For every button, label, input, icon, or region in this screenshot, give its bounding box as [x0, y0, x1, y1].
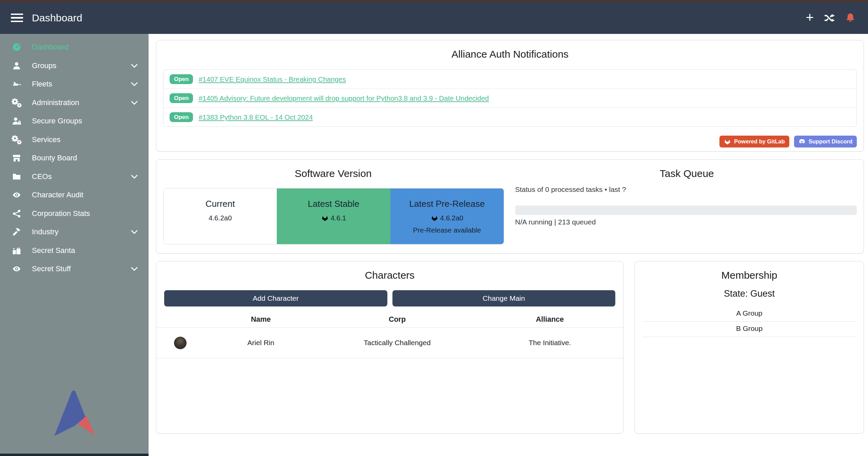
notification-link[interactable]: #1407 EVE Equinox Status - Breaking Chan… — [198, 75, 346, 83]
characters-buttons: Add Character Change Main — [164, 290, 615, 306]
membership-groups: A Group B Group — [642, 306, 856, 337]
characters-table: Name Corp Alliance Ariel Rin Tactically … — [156, 312, 623, 358]
notification-link[interactable]: #1383 Python 3.8 EOL - 14 Oct 2024 — [198, 113, 313, 121]
sidebar-item-groups[interactable]: Groups — [0, 57, 149, 75]
sidebar-nav: Dashboard Groups Fleets Administration S… — [0, 34, 149, 278]
gauge-icon — [10, 43, 23, 52]
sidebar-item-bounty-board[interactable]: Bounty Board — [0, 149, 149, 167]
footer-badges: Powered by GitLab Support Discord — [719, 136, 857, 147]
notifications-card: Alliance Auth Notifications Open #1407 E… — [156, 40, 864, 152]
support-discord-badge[interactable]: Support Discord — [794, 136, 857, 147]
chevron-down-icon — [130, 99, 138, 107]
chevron-down-icon — [130, 62, 138, 70]
hammer-icon — [10, 227, 23, 236]
sidebar-item-dashboard[interactable]: Dashboard — [0, 38, 149, 57]
membership-card: Membership State: Guest A Group B Group — [635, 261, 864, 434]
hamburger-menu-icon[interactable] — [11, 12, 23, 24]
software-version-title: Software Version — [156, 168, 510, 179]
cogs-icon — [10, 135, 23, 144]
user-icon — [10, 61, 23, 70]
sidebar-item-character-audit[interactable]: Character Audit — [0, 186, 149, 204]
top-navbar: Dashboard + — [0, 2, 868, 34]
sidebar: Dashboard Groups Fleets Administration S… — [0, 34, 149, 456]
storefront-icon — [10, 154, 23, 162]
task-queue-status: Status of 0 processed tasks • last ? — [515, 185, 626, 194]
header-alliance: Alliance — [477, 315, 623, 324]
task-queue-progressbar — [515, 205, 857, 215]
page-title: Dashboard — [32, 12, 82, 24]
software-taskqueue-card: Software Version Current 4.6.2a0 Latest … — [156, 159, 864, 254]
table-row: Ariel Rin Tactically Challenged The Init… — [156, 327, 623, 358]
list-item: B Group — [642, 322, 856, 337]
membership-state: State: Guest — [635, 289, 864, 299]
character-corp: Tactically Challenged — [318, 339, 477, 347]
status-badge: Open — [170, 93, 193, 103]
alliance-auth-dashboard: Dashboard + Dashboard Groups Fleets — [0, 0, 868, 456]
sidebar-item-ceos[interactable]: CEOs — [0, 167, 149, 186]
sidebar-item-corporation-stats[interactable]: Corporation Stats — [0, 204, 149, 223]
eye-icon — [10, 191, 23, 199]
chevron-down-icon — [130, 80, 138, 88]
discord-icon — [798, 138, 806, 145]
table-header: Name Corp Alliance — [156, 312, 623, 327]
bell-icon[interactable] — [845, 13, 856, 23]
folder-icon — [10, 172, 23, 181]
gifts-icon — [10, 246, 23, 255]
version-box: Current 4.6.2a0 Latest Stable 4.6.1 Late… — [163, 188, 504, 244]
notification-link[interactable]: #1405 Advisory: Future development will … — [198, 94, 489, 102]
task-queue-title: Task Queue — [510, 168, 864, 179]
list-item: Open #1407 EVE Equinox Status - Breaking… — [163, 70, 856, 88]
sidebar-item-services[interactable]: Services — [0, 131, 149, 149]
gitlab-icon — [321, 214, 329, 222]
sidebar-item-administration[interactable]: Administration — [0, 94, 149, 112]
header-name: Name — [204, 315, 318, 324]
version-current-cell: Current 4.6.2a0 — [163, 189, 277, 244]
header-corp: Corp — [318, 315, 477, 324]
character-avatar — [174, 337, 187, 349]
list-item: Open #1405 Advisory: Future development … — [163, 88, 856, 107]
version-stable-cell: Latest Stable 4.6.1 — [277, 189, 390, 244]
characters-card: Characters Add Character Change Main Nam… — [156, 261, 623, 434]
alliance-auth-logo — [54, 391, 96, 436]
sidebar-item-industry[interactable]: Industry — [0, 223, 149, 241]
sidebar-item-secure-groups[interactable]: Secure Groups — [0, 112, 149, 131]
cogs-icon — [10, 98, 23, 107]
chevron-down-icon — [130, 228, 138, 236]
gitlab-icon — [724, 138, 731, 145]
prerelease-version: 4.6.2a0 — [440, 214, 463, 222]
characters-title: Characters — [156, 270, 623, 281]
sidebar-bottom-strip — [0, 454, 149, 456]
task-queue-section: Task Queue Status of 0 processed tasks •… — [510, 160, 864, 253]
shuffle-icon[interactable] — [824, 13, 835, 23]
chevron-down-icon — [130, 173, 138, 181]
status-badge: Open — [170, 112, 193, 122]
powered-by-gitlab-badge[interactable]: Powered by GitLab — [719, 136, 789, 147]
sidebar-item-secret-santa[interactable]: Secret Santa — [0, 241, 149, 260]
add-character-button[interactable]: Add Character — [164, 290, 387, 306]
navbar-actions: + — [806, 13, 856, 23]
list-item: Open #1383 Python 3.8 EOL - 14 Oct 2024 — [163, 107, 856, 126]
stable-version: 4.6.1 — [331, 214, 346, 222]
software-version-section: Software Version Current 4.6.2a0 Latest … — [156, 160, 510, 253]
gitlab-icon — [431, 214, 438, 222]
sidebar-item-secret-stuff[interactable]: Secret Stuff — [0, 260, 149, 278]
membership-title: Membership — [635, 270, 864, 281]
change-main-button[interactable]: Change Main — [392, 290, 616, 306]
list-item: A Group — [642, 306, 856, 322]
version-prerelease-cell: Latest Pre-Release 4.6.2a0 Pre-Release a… — [390, 189, 504, 244]
task-queue-counts: N/A running | 213 queued — [515, 218, 596, 226]
character-alliance: The Initiative. — [477, 339, 623, 347]
user-lock-icon — [10, 117, 23, 125]
status-badge: Open — [170, 74, 193, 84]
eye-icon — [10, 264, 23, 273]
shuttle-icon — [10, 80, 23, 88]
prerelease-note: Pre-Release available — [413, 226, 481, 234]
character-name: Ariel Rin — [204, 339, 318, 347]
notifications-title: Alliance Auth Notifications — [156, 48, 864, 60]
main-content: Alliance Auth Notifications Open #1407 E… — [149, 34, 868, 456]
sidebar-item-fleets[interactable]: Fleets — [0, 75, 149, 94]
current-version: 4.6.2a0 — [209, 214, 232, 222]
chevron-down-icon — [130, 265, 138, 273]
share-icon — [10, 209, 23, 218]
notifications-list: Open #1407 EVE Equinox Status - Breaking… — [163, 70, 857, 127]
